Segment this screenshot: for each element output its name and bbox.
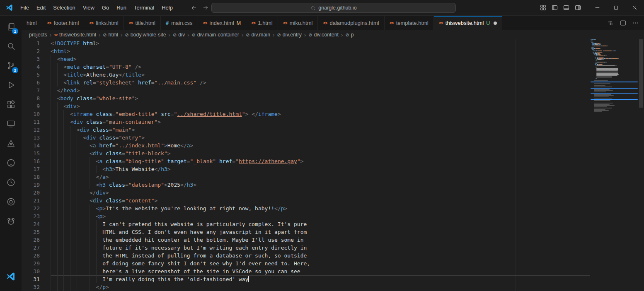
- code-line-26[interactable]: 26 the embedded hit counter at the botto…: [22, 236, 644, 244]
- code-line-10[interactable]: 10 <iframe class="embed-title" src="../s…: [22, 110, 644, 118]
- code-line-1[interactable]: 1<!DOCTYPE html>: [22, 39, 644, 47]
- more-actions-icon[interactable]: [632, 19, 639, 26]
- breadcrumb-item[interactable]: projects: [28, 32, 48, 38]
- explorer-item[interactable]: 1: [1, 17, 21, 36]
- tab-dalamudplugins.html[interactable]: <>dalamudplugins.html: [318, 16, 384, 30]
- toggle-panel-icon[interactable]: [563, 4, 570, 11]
- code-line-2[interactable]: 2<html>: [22, 47, 644, 55]
- triangle-extension-item[interactable]: [1, 134, 21, 153]
- code-line-24[interactable]: 24 I can't pretend this website is parti…: [22, 220, 644, 228]
- target-extension-item[interactable]: [1, 192, 21, 212]
- tab-title.html[interactable]: <>title.html: [124, 16, 161, 30]
- line-number[interactable]: 21: [22, 197, 51, 204]
- breadcrumb-item[interactable]: <>thiswebsite.html: [53, 32, 97, 38]
- code-line-21[interactable]: 21 <div class="content">: [22, 197, 644, 204]
- menu-help[interactable]: Help: [158, 0, 177, 15]
- vscode-logo-icon[interactable]: [6, 272, 16, 281]
- line-number[interactable]: 7: [22, 87, 51, 94]
- line-number[interactable]: 15: [22, 149, 51, 157]
- menu-view[interactable]: View: [79, 0, 98, 15]
- line-number[interactable]: 30: [22, 267, 51, 275]
- code-line-17[interactable]: 17 <h3>This Website</h3>: [22, 165, 644, 173]
- line-number[interactable]: 25: [22, 228, 51, 236]
- split-editor-icon[interactable]: [620, 19, 627, 26]
- maximize-button[interactable]: [607, 0, 625, 15]
- code-line-5[interactable]: 5 <title>Athene.Gay</title>: [22, 71, 644, 79]
- line-number[interactable]: 23: [22, 212, 51, 220]
- code-line-18[interactable]: 18 </a>: [22, 173, 644, 181]
- code-line-31[interactable]: 31 I'm really doing this the 'old-fashio…: [22, 275, 644, 283]
- line-number[interactable]: 22: [22, 204, 51, 212]
- run-debug-item[interactable]: [1, 75, 21, 95]
- line-number[interactable]: 24: [22, 220, 51, 228]
- line-number[interactable]: 11: [22, 118, 51, 126]
- tab-links.html[interactable]: <>links.html: [84, 16, 123, 30]
- code-line-28[interactable]: 28 the HTML instead of pulling from a da…: [22, 252, 644, 260]
- extensions-item[interactable]: [1, 95, 21, 114]
- line-number[interactable]: 5: [22, 71, 51, 79]
- code-line-8[interactable]: 8 <body class="whole-site">: [22, 94, 644, 102]
- menu-go[interactable]: Go: [98, 0, 113, 15]
- line-number[interactable]: 26: [22, 236, 51, 244]
- nav-back-icon[interactable]: [191, 5, 197, 11]
- menu-selection[interactable]: Selection: [49, 0, 79, 15]
- tab-index.html[interactable]: <>index.htmlM: [198, 16, 247, 30]
- line-number[interactable]: 4: [22, 63, 51, 71]
- remote-explorer-item[interactable]: [1, 114, 21, 134]
- code-line-30[interactable]: 30 here's a live screenshot of the site …: [22, 267, 644, 275]
- editor[interactable]: 1<!DOCTYPE html>2<html>3 <head>4 <meta c…: [22, 39, 644, 291]
- tab-html[interactable]: html: [22, 16, 42, 30]
- close-button[interactable]: [625, 0, 644, 15]
- line-number[interactable]: 10: [22, 110, 51, 118]
- line-number[interactable]: 32: [22, 283, 51, 291]
- line-number[interactable]: 1: [22, 39, 51, 47]
- code-line-7[interactable]: 7 </head>: [22, 87, 644, 94]
- search-item[interactable]: [1, 36, 21, 56]
- line-number[interactable]: 19: [22, 181, 51, 189]
- code-line-16[interactable]: 16 <a class="blog-title" target="_blank"…: [22, 157, 644, 165]
- code-line-3[interactable]: 3 <head>: [22, 55, 644, 63]
- breadcrumb-item[interactable]: ⊘div: [172, 32, 186, 38]
- code-line-29[interactable]: 29 of doing some fancy shit I don't see …: [22, 260, 644, 267]
- menu-edit[interactable]: Edit: [33, 0, 49, 15]
- breadcrumb-item[interactable]: ⊘div.entry: [276, 32, 303, 38]
- customize-layout-icon[interactable]: [540, 4, 547, 11]
- toggle-sidebar-icon[interactable]: [551, 4, 558, 11]
- code-line-14[interactable]: 14 <a href="../index.html">Home</a>: [22, 142, 644, 149]
- open-changes-icon[interactable]: [607, 19, 614, 26]
- code-line-22[interactable]: 22 <p>It's the website you're looking at…: [22, 204, 644, 212]
- code-line-15[interactable]: 15 <div class="title-block">: [22, 149, 644, 157]
- line-number[interactable]: 16: [22, 157, 51, 165]
- line-number[interactable]: 12: [22, 126, 51, 134]
- github-item[interactable]: [1, 153, 21, 173]
- line-number[interactable]: 6: [22, 79, 51, 87]
- minimize-button[interactable]: [588, 0, 607, 15]
- line-number[interactable]: 13: [22, 134, 51, 142]
- line-number[interactable]: 27: [22, 244, 51, 252]
- unsaved-dot-icon[interactable]: [494, 22, 497, 25]
- menu-terminal[interactable]: Terminal: [130, 0, 158, 15]
- line-number[interactable]: 18: [22, 173, 51, 181]
- menu-run[interactable]: Run: [113, 0, 130, 15]
- line-number[interactable]: 3: [22, 55, 51, 63]
- scrollbar[interactable]: [638, 39, 644, 291]
- breadcrumb-item[interactable]: ⊘div.main-container: [191, 32, 240, 38]
- nav-forward-icon[interactable]: [202, 5, 209, 11]
- code-line-6[interactable]: 6 <link rel="stylesheet" href="../main.c…: [22, 79, 644, 87]
- code-line-19[interactable]: 19 <h3 class="datestamp">2025</h3>: [22, 181, 644, 189]
- code-line-23[interactable]: 23 <p>: [22, 212, 644, 220]
- minimap[interactable]: [591, 39, 638, 291]
- code-line-4[interactable]: 4 <meta charset="UTF-8" />: [22, 63, 644, 71]
- tab-template.html[interactable]: <>template.html: [385, 16, 434, 30]
- tab-main.css[interactable]: #main.css: [161, 16, 198, 30]
- breadcrumb-item[interactable]: ⊘body.whole-site: [124, 32, 167, 38]
- line-number[interactable]: 20: [22, 189, 51, 197]
- line-number[interactable]: 31: [22, 275, 51, 283]
- line-number[interactable]: 14: [22, 142, 51, 149]
- code-line-20[interactable]: 20 </div>: [22, 189, 644, 197]
- breadcrumb-item[interactable]: ⊘div.main: [245, 32, 271, 38]
- line-number[interactable]: 28: [22, 252, 51, 260]
- tab-thiswebsite.html[interactable]: <>thiswebsite.htmlU: [434, 16, 503, 30]
- line-number[interactable]: 29: [22, 260, 51, 267]
- line-number[interactable]: 17: [22, 165, 51, 173]
